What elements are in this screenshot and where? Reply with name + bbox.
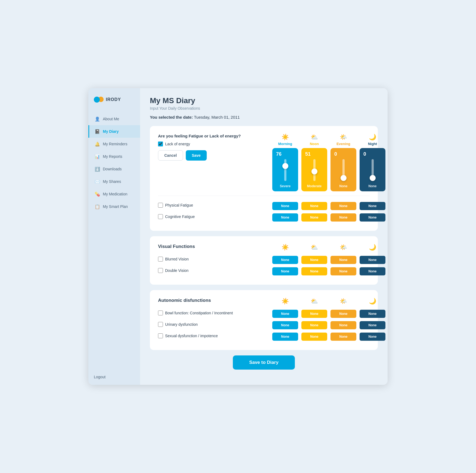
morning-slider[interactable]: 76 Severe	[272, 148, 298, 191]
evening-sun-icon: 🌤️	[330, 134, 356, 141]
evening-icon-cell: 🌤️ Evening	[330, 134, 356, 146]
double-vision-row: Double Vision None None None None	[158, 266, 370, 275]
bowl-function-label: Bowl function: Constipation / Incontinen…	[165, 311, 233, 315]
visual-noon-icon: ⛅	[301, 244, 327, 252]
blurred-vision-checkbox[interactable]	[158, 257, 163, 262]
noon-label: Noon	[301, 142, 327, 146]
my-reports-icon: 📊	[95, 154, 100, 159]
cognitive-fatigue-morning-badge: None	[272, 213, 298, 222]
save-button[interactable]: Save	[186, 150, 207, 161]
noon-track	[313, 159, 316, 181]
sidebar-item-label: About Me	[103, 117, 119, 121]
physical-fatigue-row: Physical Fatigue None None None None	[158, 200, 370, 210]
app-container: IRODY 👤 About Me 📓 My Diary 🔔 My Reminde…	[88, 88, 388, 385]
sidebar-item-my-diary[interactable]: 📓 My Diary	[88, 125, 140, 138]
sidebar-item-my-shares[interactable]: ✉️ My Shares	[88, 175, 140, 188]
cognitive-fatigue-night-badge: None	[360, 213, 385, 222]
logo-text: IRODY	[106, 97, 121, 102]
night-slider[interactable]: 0 None	[360, 148, 385, 191]
sidebar-item-label: My Reports	[103, 154, 122, 159]
bv-noon-badge: None	[301, 256, 327, 264]
auto-morning-sun-icon: ☀️	[272, 298, 298, 305]
urinary-label: Urinary dysfunction	[165, 322, 198, 327]
night-track	[372, 159, 374, 181]
sidebar-item-my-medication[interactable]: 💊 My Medication	[88, 188, 140, 200]
fatigue-left: Are you feeling Fatigue or Lack of energ…	[158, 134, 272, 161]
sidebar-item-downloads[interactable]: ⬇️ Downloads	[88, 163, 140, 175]
dv-noon-badge: None	[301, 267, 327, 275]
fatigue-top-row: Are you feeling Fatigue or Lack of energ…	[158, 134, 370, 191]
noon-value: 51	[305, 151, 311, 157]
date-value: Tuesday, March 01, 2011	[194, 115, 240, 119]
sidebar-item-label: My Smart Plan	[103, 204, 128, 209]
sidebar-item-my-reminders[interactable]: 🔔 My Reminders	[88, 138, 140, 150]
visual-icons: ☀️ ⛅ 🌤️ 🌙	[272, 244, 385, 254]
logout-section: Logout	[88, 369, 140, 385]
physical-fatigue-night-badge: None	[360, 202, 385, 210]
sidebar-item-my-smart-plan[interactable]: 📋 My Smart Plan	[88, 200, 140, 213]
cancel-button[interactable]: Cancel	[158, 150, 183, 161]
evening-value: 0	[334, 151, 337, 157]
double-vision-badges: None None None None	[272, 267, 385, 275]
double-vision-checkbox[interactable]	[158, 268, 163, 273]
logout-button[interactable]: Logout	[94, 375, 106, 379]
bv-evening-badge: None	[330, 256, 356, 264]
bv-morning-badge: None	[272, 256, 298, 264]
night-moon-icon: 🌙	[360, 134, 385, 141]
visual-evening-sun-icon: 🌤️	[330, 244, 356, 251]
auto-night-icon: 🌙	[360, 298, 385, 306]
about-me-icon: 👤	[95, 116, 100, 122]
bowl-function-checkbox[interactable]	[158, 311, 163, 315]
my-medication-icon: 💊	[95, 191, 100, 197]
morning-label: Morning	[272, 142, 298, 146]
physical-fatigue-badges: None None None None	[272, 202, 385, 210]
save-to-diary-button[interactable]: Save to Diary	[233, 355, 295, 370]
page-subtitle: Input Your Daily Observations	[150, 106, 378, 110]
sexual-dysfunction-label-area: Sexual dysfunction / impotence	[158, 333, 272, 338]
fatigue-question: Are you feeling Fatigue or Lack of energ…	[158, 134, 272, 138]
morning-track	[284, 159, 286, 181]
bowl-badges: None None None None	[272, 310, 385, 318]
fatigue-sliders: 76 Severe 51 Moderate	[272, 148, 385, 191]
fatigue-right: ☀️ Morning ⛅ Noon 🌤️ Evening 🌙	[272, 134, 385, 191]
evening-slider[interactable]: 0 None	[330, 148, 356, 191]
bowl-function-label-area: Bowl function: Constipation / Incontinen…	[158, 311, 272, 315]
physical-fatigue-checkbox[interactable]	[158, 203, 163, 208]
autonomic-top-row: Autonomic disfunctions ☀️ ⛅ 🌤️ 🌙	[158, 298, 370, 308]
sidebar-item-label: My Reminders	[103, 142, 127, 146]
tod-icons-row: ☀️ Morning ⛅ Noon 🌤️ Evening 🌙	[272, 134, 385, 146]
date-label: You selected the date:	[150, 115, 193, 119]
cognitive-fatigue-checkbox[interactable]	[158, 214, 163, 219]
visual-morning-icon: ☀️	[272, 244, 298, 252]
visual-night-icon: 🌙	[360, 244, 385, 252]
sidebar-item-my-reports[interactable]: 📊 My Reports	[88, 150, 140, 163]
noon-slider[interactable]: 51 Moderate	[301, 148, 327, 191]
night-thumb	[370, 175, 376, 181]
sexual-dysfunction-badges: None None None None	[272, 333, 385, 341]
sexual-dysfunction-checkbox[interactable]	[158, 333, 163, 338]
morning-thumb	[282, 163, 288, 169]
cognitive-fatigue-row: Cognitive Fatigue None None None None	[158, 212, 370, 222]
night-value: 0	[363, 151, 366, 157]
sidebar-item-about-me[interactable]: 👤 About Me	[88, 113, 140, 125]
visual-evening-icon: 🌤️	[330, 244, 356, 252]
noon-icon-cell: ⛅ Noon	[301, 134, 327, 146]
cognitive-fatigue-label-area: Cognitive Fatigue	[158, 214, 272, 219]
lack-of-energy-checkbox[interactable]	[158, 142, 163, 146]
blurred-vision-row: Blurred Vision None None None None	[158, 254, 370, 264]
evening-severity: None	[339, 184, 348, 188]
dv-morning-badge: None	[272, 267, 298, 275]
urinary-checkbox[interactable]	[158, 322, 163, 327]
noon-cloud-icon: ⛅	[301, 134, 327, 141]
visual-functions-title: Visual Functions	[158, 244, 272, 249]
sidebar-item-label: Downloads	[103, 167, 122, 171]
noon-thumb	[311, 168, 317, 174]
blurred-vision-label-area: Blurred Vision	[158, 257, 272, 262]
sexual-dysfunction-label: Sexual dysfunction / impotence	[165, 334, 218, 338]
autonomic-tod-icons: ☀️ ⛅ 🌤️ 🌙	[272, 298, 385, 306]
visual-morning-sun-icon: ☀️	[272, 244, 298, 251]
auto-evening-sun-icon: 🌤️	[330, 298, 356, 305]
autonomic-title: Autonomic disfunctions	[158, 298, 272, 303]
bowl-function-row: Bowl function: Constipation / Incontinen…	[158, 308, 370, 318]
cognitive-fatigue-label: Cognitive Fatigue	[165, 214, 195, 219]
